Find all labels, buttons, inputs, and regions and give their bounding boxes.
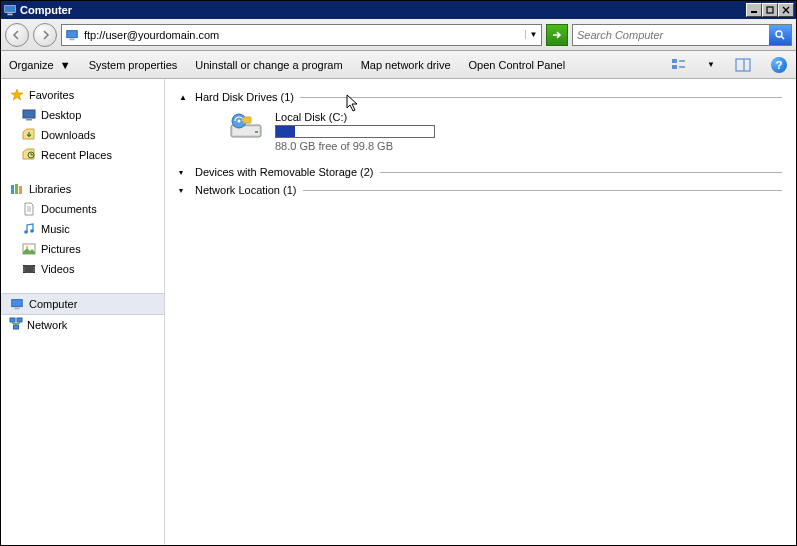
nav-item-label: Pictures [41, 243, 81, 255]
group-hard-disk-drives[interactable]: ▲ Hard Disk Drives (1) [179, 91, 782, 103]
hard-drive-icon [229, 111, 265, 141]
svg-rect-1 [7, 14, 12, 16]
nav-item-label: Recent Places [41, 149, 112, 161]
sidebar-item-music[interactable]: Music [13, 219, 164, 239]
svg-rect-39 [12, 300, 23, 307]
computer-icon [64, 27, 80, 43]
svg-point-48 [238, 120, 241, 123]
change-view-button[interactable] [670, 56, 688, 74]
favorites-group[interactable]: Favorites [1, 85, 164, 105]
svg-rect-11 [672, 65, 677, 69]
svg-rect-42 [17, 318, 22, 322]
map-network-drive-button[interactable]: Map network drive [361, 59, 451, 71]
window-title: Computer [20, 4, 746, 16]
computer-icon [3, 3, 17, 17]
svg-rect-20 [11, 185, 14, 194]
nav-item-label: Videos [41, 263, 74, 275]
recent-places-icon [21, 147, 37, 163]
system-properties-button[interactable]: System properties [89, 59, 178, 71]
command-bar: Organize ▼ System properties Uninstall o… [1, 51, 796, 79]
sidebar-item-network[interactable]: Network [1, 315, 164, 335]
drive-item-local-disk-c[interactable]: Local Disk (C:) 88.0 GB free of 99.8 GB [179, 109, 782, 162]
back-button[interactable] [5, 23, 29, 47]
open-control-panel-button[interactable]: Open Control Panel [469, 59, 566, 71]
videos-icon [21, 261, 37, 277]
svg-rect-46 [255, 131, 258, 133]
documents-icon [21, 201, 37, 217]
sidebar-item-downloads[interactable]: Downloads [13, 125, 164, 145]
go-button[interactable] [546, 24, 568, 46]
capacity-used [276, 126, 295, 137]
address-bar[interactable]: ▼ [61, 24, 542, 46]
svg-rect-17 [23, 110, 35, 118]
divider [303, 190, 783, 191]
group-network-location[interactable]: ▾ Network Location (1) [179, 184, 782, 196]
sidebar-item-desktop[interactable]: Desktop [13, 105, 164, 125]
svg-rect-40 [14, 308, 19, 310]
svg-point-26 [24, 230, 28, 234]
divider [380, 172, 782, 173]
group-label: Network Location (1) [195, 184, 297, 196]
capacity-bar [275, 125, 435, 138]
close-button[interactable] [778, 3, 794, 17]
svg-point-29 [26, 246, 28, 248]
libraries-icon [9, 181, 25, 197]
drive-free-text: 88.0 GB free of 99.8 GB [275, 140, 435, 152]
sidebar-item-recent-places[interactable]: Recent Places [13, 145, 164, 165]
desktop-icon [21, 107, 37, 123]
svg-rect-22 [19, 186, 22, 194]
title-bar: Computer [1, 1, 796, 19]
nav-item-label: Network [27, 319, 67, 331]
organize-menu[interactable]: Organize ▼ [9, 59, 71, 71]
content-pane: ▲ Hard Disk Drives (1) Local Disk (C:) [165, 79, 796, 545]
sidebar-item-documents[interactable]: Documents [13, 199, 164, 219]
sidebar-item-pictures[interactable]: Pictures [13, 239, 164, 259]
navigation-pane: Favorites Desktop Downloads Recent Place… [1, 79, 165, 545]
libraries-label: Libraries [29, 183, 71, 195]
group-label: Devices with Removable Storage (2) [195, 166, 374, 178]
sidebar-item-computer[interactable]: Computer [1, 293, 164, 315]
svg-point-38 [33, 270, 34, 271]
uninstall-program-button[interactable]: Uninstall or change a program [195, 59, 342, 71]
view-dropdown-button[interactable]: ▼ [706, 56, 716, 74]
minimize-button[interactable] [746, 3, 762, 17]
pictures-icon [21, 241, 37, 257]
collapse-caret-icon: ▲ [179, 93, 189, 102]
search-box[interactable] [572, 24, 792, 46]
downloads-icon [21, 127, 37, 143]
nav-item-label: Computer [29, 298, 77, 310]
sidebar-item-videos[interactable]: Videos [13, 259, 164, 279]
computer-icon [9, 296, 25, 312]
svg-point-36 [33, 266, 34, 267]
svg-rect-10 [672, 59, 677, 63]
address-dropdown-button[interactable]: ▼ [525, 30, 541, 39]
favorites-star-icon [9, 87, 25, 103]
svg-rect-0 [5, 6, 16, 13]
address-input[interactable] [82, 26, 525, 44]
svg-rect-49 [243, 117, 251, 123]
search-button[interactable] [769, 25, 791, 45]
maximize-button[interactable] [762, 3, 778, 17]
expand-caret-icon: ▾ [179, 168, 189, 177]
svg-point-8 [776, 31, 782, 37]
nav-item-label: Documents [41, 203, 97, 215]
help-button[interactable]: ? [770, 56, 788, 74]
svg-rect-7 [69, 38, 74, 40]
svg-rect-21 [15, 184, 18, 194]
svg-rect-6 [67, 30, 78, 37]
nav-item-label: Desktop [41, 109, 81, 121]
libraries-group[interactable]: Libraries [1, 179, 164, 199]
svg-rect-43 [14, 325, 19, 329]
preview-pane-button[interactable] [734, 56, 752, 74]
svg-line-9 [782, 36, 785, 39]
expand-caret-icon: ▾ [179, 186, 189, 195]
forward-button[interactable] [33, 23, 57, 47]
nav-item-label: Downloads [41, 129, 95, 141]
svg-point-33 [23, 266, 24, 267]
nav-item-label: Music [41, 223, 70, 235]
svg-point-27 [30, 229, 34, 233]
group-removable-storage[interactable]: ▾ Devices with Removable Storage (2) [179, 166, 782, 178]
drive-name: Local Disk (C:) [275, 111, 435, 123]
search-input[interactable] [573, 26, 769, 44]
navigation-bar: ▼ [1, 19, 796, 51]
